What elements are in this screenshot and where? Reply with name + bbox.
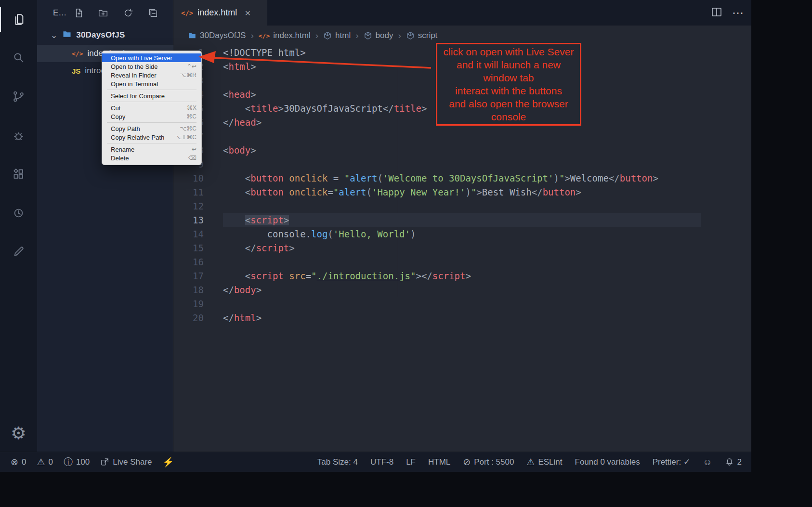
project-name: 30DaysOfJS: [76, 30, 125, 40]
split-editor-icon[interactable]: [711, 6, 722, 20]
language-mode-indicator[interactable]: HTML: [428, 457, 450, 467]
annotation-line: and also open the browser: [437, 97, 580, 110]
live-share-button[interactable]: Live Share: [100, 457, 152, 467]
status-bar: ⊗ 0 ⚠ 0 ⓘ 100 Live Share ⚡: [0, 452, 751, 472]
menu-item-open-in-terminal[interactable]: Open in Terminal: [102, 79, 201, 88]
line-number: 14: [173, 227, 223, 241]
menu-item-rename[interactable]: Rename↩: [102, 145, 201, 154]
context-menu: Open with Live ServerOpen to the Side⌃↩R…: [102, 51, 202, 165]
live-share-label: Live Share: [113, 457, 152, 467]
error-icon: ⊗: [11, 457, 18, 467]
breadcrumb-html[interactable]: html: [323, 31, 351, 40]
line-number: 10: [173, 171, 223, 185]
tab-size-indicator[interactable]: Tab Size: 4: [317, 457, 358, 467]
smiley-icon: ☺: [703, 457, 712, 467]
warning-count: 0: [48, 457, 52, 467]
line-number: 17: [173, 269, 223, 283]
menu-item-open-to-the-side[interactable]: Open to the Side⌃↩: [102, 62, 201, 71]
tab-index-html[interactable]: </> index.html ×: [173, 0, 267, 26]
annotation-line: click on open with Live Sever: [437, 45, 580, 58]
notifications[interactable]: 2: [725, 457, 742, 467]
menu-item-open-with-live-server[interactable]: Open with Live Server: [102, 53, 201, 62]
extensions-icon[interactable]: [0, 161, 37, 186]
search-icon[interactable]: [0, 45, 37, 70]
menu-item-reveal-in-finder[interactable]: Reveal in Finder⌥⌘R: [102, 71, 201, 79]
html-file-icon: </>: [72, 50, 83, 57]
eslint-status[interactable]: ⚠ ESLint: [526, 457, 562, 467]
project-folder-row[interactable]: ⌄ 30DaysOfJS: [37, 26, 173, 45]
annotation-line: window tab: [437, 71, 580, 84]
tab-title: index.html: [197, 8, 237, 18]
warning-icon: ⚠: [37, 457, 45, 467]
warning-icon: ⚠: [526, 457, 535, 467]
eol-indicator[interactable]: LF: [406, 457, 416, 467]
variables-found-status[interactable]: Found 0 variables: [575, 457, 640, 467]
code-line-11: 11 <button onclick="alert('Happy New Yea…: [173, 185, 751, 199]
menu-item-delete[interactable]: Delete⌫: [102, 154, 201, 162]
problems-warnings[interactable]: ⚠ 0: [37, 457, 53, 467]
more-actions-icon[interactable]: ⋯: [732, 6, 745, 20]
menu-item-copy-relative-path[interactable]: Copy Relative Path⌥⇧⌘C: [102, 133, 201, 142]
breadcrumb-script[interactable]: script: [406, 31, 438, 40]
remote-explorer-icon[interactable]: [0, 200, 37, 225]
feedback-smiley[interactable]: ☺: [703, 457, 712, 467]
symbol-cube-icon: [323, 31, 332, 40]
menu-item-copy[interactable]: Copy⌘C: [102, 112, 201, 121]
annotation-line: and it will launch a new: [437, 58, 580, 71]
menu-separator: [107, 143, 196, 143]
run-debug-icon[interactable]: [0, 123, 37, 148]
screenshot-stage: ⚙ E… ⌄: [0, 0, 812, 507]
symbol-cube-icon: [406, 31, 415, 40]
breadcrumb-project[interactable]: 30DaysOfJS: [188, 31, 246, 40]
line-number: 20: [173, 311, 223, 325]
encoding-indicator[interactable]: UTF-8: [370, 457, 393, 467]
breadcrumb-separator: ›: [355, 30, 358, 41]
code-line-16: 16: [173, 255, 751, 269]
info-status[interactable]: ⓘ 100: [64, 457, 90, 467]
close-tab-icon[interactable]: ×: [245, 8, 250, 18]
gitlens-icon[interactable]: [0, 239, 37, 264]
live-server-port[interactable]: ⊘ Port : 5500: [463, 457, 514, 467]
line-number: 18: [173, 283, 223, 297]
source-control-icon[interactable]: [0, 84, 37, 109]
port-icon: ⊘: [463, 457, 471, 467]
breadcrumb-separator: ›: [398, 30, 401, 41]
annotation-line: interact with the buttons: [437, 84, 580, 97]
prettier-status[interactable]: Prettier: ✓: [653, 457, 690, 467]
new-file-icon[interactable]: [74, 8, 84, 18]
bolt-status[interactable]: ⚡: [163, 457, 174, 467]
line-number: 11: [173, 185, 223, 199]
line-number: 16: [173, 255, 223, 269]
settings-gear-icon[interactable]: ⚙: [0, 421, 37, 446]
info-icon: ⓘ: [64, 457, 73, 467]
code-line-10: 10 <button onclick = "alert('Welcome to …: [173, 171, 751, 185]
problems-errors[interactable]: ⊗ 0: [11, 457, 26, 467]
code-line-14: 14 console.log('Hello, World'): [173, 227, 751, 241]
breadcrumb-separator: ›: [315, 30, 318, 41]
line-number: 13: [173, 213, 223, 227]
live-share-icon: [100, 457, 109, 467]
code-line-12: 12: [173, 199, 751, 213]
menu-item-select-for-compare[interactable]: Select for Compare: [102, 91, 201, 100]
explorer-header: E…: [37, 0, 173, 26]
tab-bar: </> index.html × ⋯: [173, 0, 751, 26]
bolt-icon: ⚡: [163, 457, 174, 467]
chevron-down-icon: ⌄: [51, 30, 57, 40]
menu-item-cut[interactable]: Cut⌘X: [102, 104, 201, 112]
collapse-all-icon[interactable]: [148, 8, 158, 18]
new-folder-icon[interactable]: [98, 8, 108, 18]
code-line-18: 18</body>: [173, 283, 751, 297]
breadcrumb-body[interactable]: body: [364, 31, 393, 40]
breadcrumb-file[interactable]: </> index.html: [259, 31, 311, 40]
code-line-13: 13 <script>: [173, 213, 751, 227]
code-line-8: 8<body>: [173, 143, 751, 157]
code-line-19: 19: [173, 297, 751, 311]
explorer-icon[interactable]: [0, 7, 37, 32]
menu-separator: [107, 122, 196, 123]
annotation-line: console: [437, 110, 580, 123]
menu-item-copy-path[interactable]: Copy Path⌥⌘C: [102, 124, 201, 133]
vscode-window: ⚙ E… ⌄: [0, 0, 751, 472]
code-line-20: 20</html>: [173, 311, 751, 325]
menu-separator: [107, 102, 196, 102]
refresh-icon[interactable]: [123, 8, 133, 18]
